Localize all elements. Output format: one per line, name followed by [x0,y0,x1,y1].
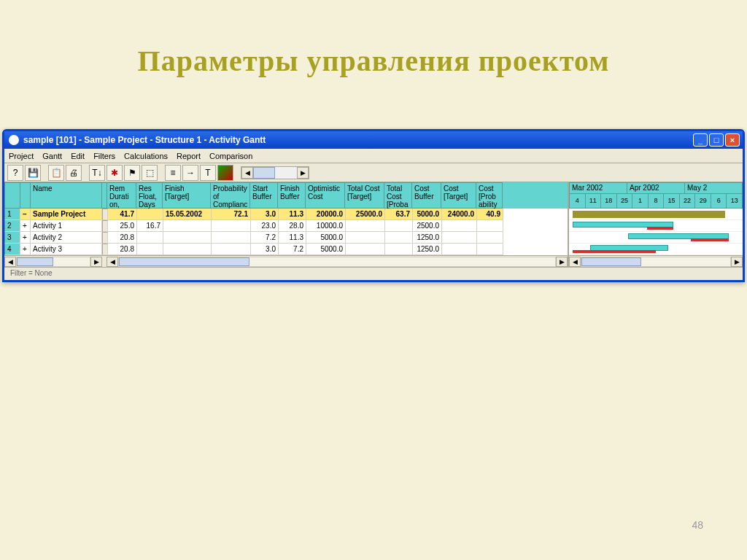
row-number[interactable]: 2 [4,220,20,232]
cell-sbuf[interactable]: 3.0 [251,244,279,255]
cell-fbuf[interactable]: 28.0 [279,220,306,232]
cell-resf[interactable]: 16.7 [137,220,163,232]
maximize-button[interactable]: □ [709,133,724,147]
arrow-right-icon[interactable]: ▶ [731,257,743,267]
gantt-row [569,209,743,220]
cell-fbuf[interactable]: 11.3 [279,209,306,220]
cell-cpr[interactable]: 40.9 [477,209,503,220]
cell-cbuf[interactable]: 2500.0 [413,220,442,232]
cell-cbuf[interactable]: 5000.0 [413,209,442,220]
gantt-hscroll[interactable]: ◀ ▶ [569,255,743,267]
cell-rem[interactable]: 20.8 [108,232,137,244]
cell-rem[interactable]: 41.7 [108,209,137,220]
grid-hscroll[interactable]: ◀ ▶ ◀ ▶ [4,255,568,267]
cell-ctg[interactable] [442,220,477,232]
arrow-right-icon[interactable]: ▶ [556,257,568,267]
cell-sbuf[interactable]: 7.2 [251,232,279,244]
cell-tct[interactable]: 25000.0 [346,209,385,220]
cell-sbuf[interactable]: 23.0 [251,220,279,232]
day-label: 29 [695,194,711,209]
tool-icon[interactable]: T [200,165,216,181]
arrow-left-icon[interactable]: ◀ [241,167,253,179]
minimize-button[interactable]: _ [693,133,708,147]
titlebar[interactable]: sample [101] - Sample Project - Structur… [4,131,743,149]
row-number[interactable]: 4 [4,244,20,255]
cell-tct[interactable] [346,220,385,232]
tool-icon[interactable]: ⚑ [124,165,140,181]
cell-cbuf[interactable]: 1250.0 [413,244,442,255]
save-button[interactable]: 💾 [25,165,41,181]
expand-toggle[interactable]: – [20,209,31,220]
tool-icon[interactable]: ≡ [165,165,181,181]
menu-calculations[interactable]: Calculations [124,152,168,160]
cell-opt[interactable]: 5000.0 [306,244,346,255]
cell-ctg[interactable]: 24000.0 [442,209,477,220]
menu-edit[interactable]: Edit [71,152,85,160]
help-button[interactable]: ? [7,165,23,181]
cell-sbuf[interactable]: 3.0 [251,209,279,220]
cell-fbuf[interactable]: 7.2 [279,244,306,255]
menu-gantt[interactable]: Gantt [42,152,62,160]
slide-number: 48 [692,519,703,531]
cell-prob[interactable] [212,232,251,244]
cell-fin[interactable]: 15.05.2002 [163,209,212,220]
cell-cbuf[interactable]: 1250.0 [413,232,442,244]
cell-opt[interactable]: 5000.0 [306,232,346,244]
tool-icon[interactable]: → [182,165,198,181]
cell-name[interactable]: Activity 3 [31,244,102,255]
cell-prob[interactable] [212,220,251,232]
arrow-left-icon[interactable]: ◀ [4,257,16,267]
grid-body: 1–Sample Project41.715.05.200272.13.011.… [4,209,568,255]
cell-resf[interactable] [137,232,163,244]
cell-ctg[interactable] [442,244,477,255]
arrow-left-icon[interactable]: ◀ [107,257,118,267]
row-number[interactable]: 1 [4,209,20,220]
expand-toggle[interactable]: + [20,244,31,255]
arrow-right-icon[interactable]: ▶ [297,167,309,179]
cell-tcp[interactable] [385,220,413,232]
cell-name[interactable]: Activity 2 [31,232,102,244]
print-button[interactable]: 🖨 [66,165,82,181]
cell-tcp[interactable] [385,244,413,255]
cell-cpr[interactable] [477,220,503,232]
cell-cpr[interactable] [477,244,503,255]
tool-icon[interactable]: ⬚ [142,165,158,181]
expand-toggle[interactable]: + [20,220,31,232]
cell-rem[interactable]: 25.0 [108,220,137,232]
cell-fin[interactable] [163,232,212,244]
cell-cpr[interactable] [477,232,503,244]
cell-opt[interactable]: 20000.0 [306,209,346,220]
cell-ctg[interactable] [442,232,477,244]
expand-toggle[interactable]: + [20,232,31,244]
arrow-right-icon[interactable]: ▶ [90,257,102,267]
tool-icon[interactable]: 📋 [48,165,64,181]
cell-name[interactable]: Activity 1 [31,220,102,232]
tool-icon[interactable]: ✱ [107,165,123,181]
menu-report[interactable]: Report [177,152,201,160]
cell-rem[interactable]: 20.8 [108,244,137,255]
cell-resf[interactable] [137,209,163,220]
toolbar-slider[interactable]: ◀ ▶ [241,166,309,179]
row-number[interactable]: 3 [4,232,20,244]
cell-name[interactable]: Sample Project [31,209,102,220]
cell-tct[interactable] [346,232,385,244]
cell-resf[interactable] [137,244,163,255]
menu-project[interactable]: Project [9,152,34,160]
menu-comparison[interactable]: Comparison [209,152,252,160]
cell-prob[interactable] [212,244,251,255]
cell-tct[interactable] [346,244,385,255]
close-button[interactable]: × [725,133,740,147]
day-label: 18 [601,194,617,209]
cell-fin[interactable] [163,220,212,232]
app-icon [9,135,19,145]
cell-fbuf[interactable]: 11.3 [279,232,306,244]
cell-prob[interactable]: 72.1 [212,209,251,220]
cell-opt[interactable]: 10000.0 [306,220,346,232]
tool-icon[interactable] [217,165,233,181]
cell-tcp[interactable]: 63.7 [385,209,413,220]
arrow-left-icon[interactable]: ◀ [569,257,581,267]
tool-icon[interactable]: T↓ [89,165,105,181]
menu-filters[interactable]: Filters [93,152,115,160]
cell-fin[interactable] [163,244,212,255]
cell-tcp[interactable] [385,232,413,244]
